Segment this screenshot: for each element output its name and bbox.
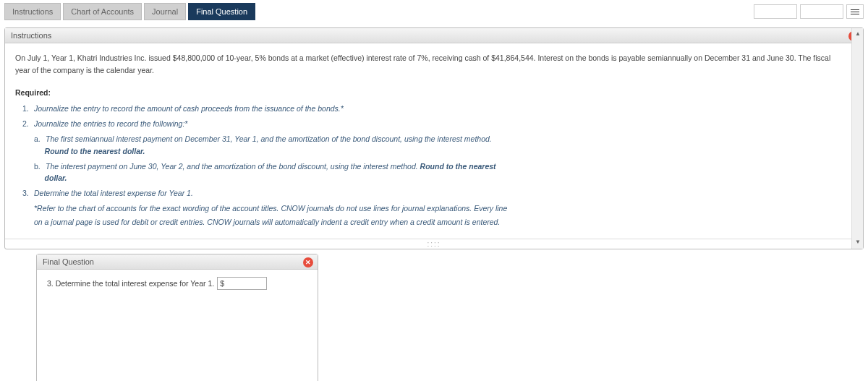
scroll-down-icon[interactable]: ▼ bbox=[855, 238, 861, 247]
resize-handle[interactable]: :::: bbox=[5, 239, 863, 249]
answer-input-wrapper: $ bbox=[217, 277, 267, 290]
final-question-prompt: 3. Determine the total interest expense … bbox=[47, 279, 214, 288]
final-question-header: Final Question ✕ bbox=[37, 254, 318, 270]
menu-button[interactable] bbox=[846, 4, 864, 19]
final-question-body: 3. Determine the total interest expense … bbox=[37, 270, 318, 381]
instructions-panel-header: Instructions ✕ bbox=[5, 28, 863, 43]
instructions-panel: Instructions ✕ ▲ ▼ On July 1, Year 1, Kh… bbox=[4, 27, 864, 249]
intro-text: On July 1, Year 1, Khatri Industries Inc… bbox=[15, 52, 847, 77]
req-item-2b: b.The interest payment on June 30, Year … bbox=[34, 160, 847, 185]
requirements-list: 1.Journalize the entry to record the amo… bbox=[15, 103, 847, 130]
final-question-prompt-row: 3. Determine the total interest expense … bbox=[47, 277, 307, 290]
tabs-bar: Instructions Chart of Accounts Journal F… bbox=[0, 0, 868, 23]
scroll-up-icon[interactable]: ▲ bbox=[855, 30, 861, 39]
footnote-line-2: on a journal page is used for debit or c… bbox=[15, 216, 847, 228]
tab-chart-of-accounts[interactable]: Chart of Accounts bbox=[63, 3, 142, 20]
tab-final-question[interactable]: Final Question bbox=[188, 3, 255, 20]
instructions-panel-title: Instructions bbox=[11, 31, 51, 40]
tab-instructions[interactable]: Instructions bbox=[4, 3, 61, 20]
footnote-line-1: *Refer to the chart of accounts for the … bbox=[15, 202, 847, 215]
final-question-title: Final Question bbox=[43, 257, 94, 266]
tab-journal[interactable]: Journal bbox=[144, 3, 186, 20]
final-question-panel: Final Question ✕ 3. Determine the total … bbox=[36, 254, 318, 381]
sub-requirements-list: a.The first semiannual interest payment … bbox=[15, 133, 847, 184]
req-item-2: 2.Journalize the entries to record the f… bbox=[22, 118, 847, 130]
scrollbar[interactable]: ▲ ▼ bbox=[851, 28, 863, 249]
header-input-1[interactable] bbox=[754, 4, 797, 19]
req-item-3: 3.Determine the total interest expense f… bbox=[22, 187, 847, 200]
answer-input[interactable] bbox=[224, 279, 264, 287]
header-input-2[interactable] bbox=[800, 4, 843, 19]
instructions-panel-body: ▲ ▼ On July 1, Year 1, Khatri Industries… bbox=[5, 43, 863, 239]
req-item-1: 1.Journalize the entry to record the amo… bbox=[22, 103, 847, 115]
req-item-2a: a.The first semiannual interest payment … bbox=[34, 133, 847, 158]
close-icon[interactable]: ✕ bbox=[303, 257, 313, 267]
requirements-list-2: 3.Determine the total interest expense f… bbox=[15, 187, 847, 200]
required-label: Required: bbox=[15, 87, 847, 99]
header-right-controls bbox=[754, 4, 864, 19]
